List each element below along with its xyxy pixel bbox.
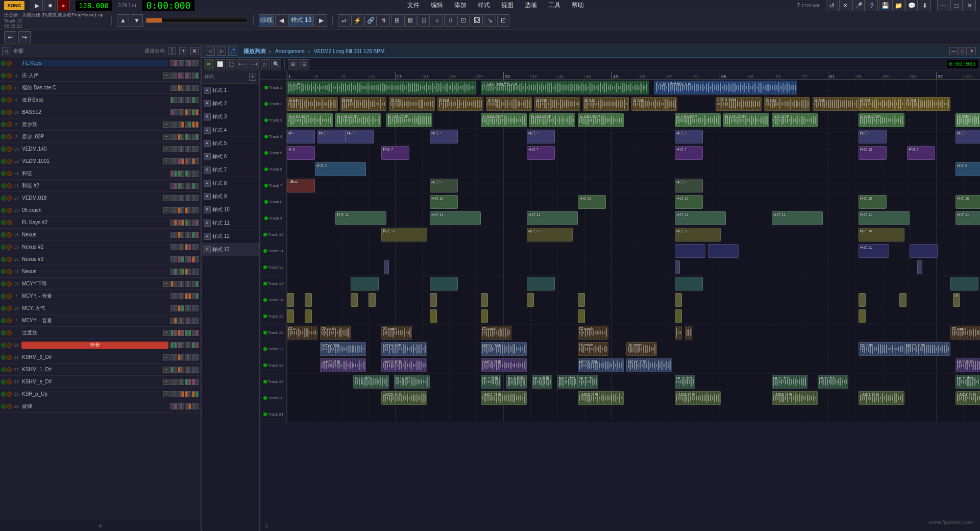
arrangement-clip[interactable]: 原乡鼓	[340, 97, 386, 111]
channel-mute-dot[interactable]	[7, 122, 12, 127]
channel-pad[interactable]	[170, 379, 174, 385]
channel-pad[interactable]	[181, 269, 184, 275]
pattern-item[interactable]: ≡样式 10	[202, 203, 259, 216]
channel-name[interactable]: 和弦	[20, 170, 169, 177]
channel-pad[interactable]	[174, 60, 177, 66]
fx-btn-12[interactable]: ↘	[484, 14, 496, 27]
arrangement-clip[interactable]: 样式 11	[955, 211, 980, 225]
progress-container[interactable]	[146, 18, 248, 23]
arrangement-clip[interactable]: MCY. 大气	[353, 375, 389, 389]
channel-row[interactable]: 2原乡鼓+	[0, 118, 201, 131]
channel-pad[interactable]	[192, 391, 195, 397]
channel-active-dot[interactable]	[1, 318, 6, 323]
channel-mute-dot[interactable]	[7, 73, 12, 78]
channel-pad[interactable]	[178, 281, 181, 287]
channel-pad[interactable]	[174, 269, 177, 275]
channel-pad[interactable]	[174, 97, 177, 103]
channel-pad[interactable]	[174, 305, 177, 311]
channel-pad[interactable]	[181, 122, 184, 128]
pattern-add-btn[interactable]: +	[249, 74, 256, 81]
channel-row[interactable]: 12VEDM.1001+	[0, 155, 201, 167]
channel-pad[interactable]	[188, 122, 191, 128]
channel-pad[interactable]	[181, 146, 184, 152]
tool-btn-7[interactable]: 💬	[905, 0, 918, 12]
channel-pad[interactable]	[178, 195, 181, 201]
channel-name[interactable]: 庄·人声	[20, 72, 163, 79]
channel-pad[interactable]	[170, 403, 174, 409]
channel-pad[interactable]	[178, 342, 181, 348]
channel-pad[interactable]	[188, 183, 191, 189]
arrangement-clip[interactable]: ♫MCY 音量	[320, 358, 366, 372]
channel-plus-btn[interactable]: +	[163, 391, 169, 397]
channel-mute-dot[interactable]	[7, 392, 12, 397]
channel-pad[interactable]	[185, 403, 188, 409]
channel-plus-btn[interactable]: +	[163, 134, 169, 140]
channel-mute-dot[interactable]	[7, 98, 12, 103]
arrangement-clip[interactable]	[578, 293, 585, 307]
channel-active-dot[interactable]	[1, 98, 6, 103]
arrangement-clip[interactable]	[351, 293, 358, 307]
arrangement-clip[interactable]: 样式 9	[430, 179, 458, 192]
channel-pad[interactable]	[170, 220, 174, 226]
channel-pad[interactable]	[195, 269, 199, 275]
channel-pad[interactable]	[170, 146, 174, 152]
channel-pad[interactable]	[174, 318, 177, 324]
arrangement-clip[interactable]: MCYY 下降	[904, 342, 950, 356]
channel-pad[interactable]	[181, 342, 184, 348]
channel-pad[interactable]	[181, 109, 184, 115]
channel-active-dot[interactable]	[1, 392, 6, 397]
channel-pad[interactable]	[174, 146, 177, 152]
zoom-in-tool[interactable]: 🔍	[271, 59, 281, 69]
arrangement-clip[interactable]: 样.5	[287, 146, 315, 160]
channel-pad[interactable]	[170, 244, 174, 250]
channel-pad[interactable]	[192, 122, 195, 128]
channel-active-dot[interactable]	[1, 134, 6, 139]
channel-pad[interactable]	[181, 305, 184, 311]
channel-pad[interactable]	[195, 171, 199, 177]
arrangement-clip[interactable]	[369, 293, 376, 307]
channel-pad[interactable]	[195, 207, 199, 213]
channel-pad[interactable]	[188, 73, 191, 79]
channel-active-dot[interactable]	[1, 269, 6, 274]
channel-pad[interactable]	[178, 330, 181, 336]
channel-pad[interactable]	[192, 97, 195, 103]
arrangement-clip[interactable]	[527, 293, 534, 307]
channel-pad[interactable]	[174, 183, 177, 189]
pattern-item[interactable]: ≡样式 13	[202, 243, 259, 256]
channel-pad[interactable]	[188, 354, 191, 360]
arrangement-clip[interactable]	[675, 260, 680, 274]
channel-pad[interactable]	[185, 244, 188, 250]
channel-name[interactable]: MCYY. - 音量	[20, 317, 169, 324]
channel-row[interactable]: 10BASS12	[0, 106, 201, 118]
pl-nav-next[interactable]: ▷	[217, 46, 226, 56]
arrangement-clip[interactable]: 05 crash	[955, 113, 980, 127]
pattern-item[interactable]: ≡样式 11	[202, 216, 259, 230]
arrangement-clip[interactable]: 原乡鼓LOOP	[287, 113, 333, 127]
arrangement-clip[interactable]	[685, 326, 692, 340]
arrangement-clip[interactable]: 样式 2	[527, 130, 555, 143]
channel-active-dot[interactable]	[1, 367, 6, 372]
arrangement-clip[interactable]	[287, 309, 294, 323]
channel-pad[interactable]	[192, 60, 195, 66]
channel-name[interactable]: 原乡鼓	[20, 121, 163, 128]
channel-row[interactable]: FL Keys	[0, 57, 201, 69]
channel-pad[interactable]	[192, 158, 195, 164]
channel-pad[interactable]	[195, 97, 199, 103]
channel-pad[interactable]	[178, 232, 181, 238]
arrangement-clip[interactable]: 样式 10	[675, 195, 703, 209]
channel-close[interactable]: ✕	[190, 47, 199, 55]
channel-name[interactable]: KSHM_e_D#	[20, 379, 163, 384]
channel-plus-btn[interactable]: +	[163, 146, 169, 152]
add-channel-btn[interactable]: +	[0, 520, 201, 531]
menu-item-选项[interactable]: 选项	[523, 0, 539, 11]
channel-pad[interactable]	[185, 158, 188, 164]
channel-pad[interactable]	[178, 256, 181, 262]
channel-add[interactable]: +	[179, 47, 187, 55]
channel-pad[interactable]	[185, 342, 188, 348]
channel-pad[interactable]	[195, 134, 199, 140]
channel-active-dot[interactable]	[1, 122, 6, 127]
channel-name[interactable]: KSHM_6_D#	[20, 354, 163, 360]
channel-pad[interactable]	[181, 220, 184, 226]
channel-pad[interactable]	[185, 171, 188, 177]
arrangement-clip[interactable]: MCY. 大气	[557, 375, 578, 389]
